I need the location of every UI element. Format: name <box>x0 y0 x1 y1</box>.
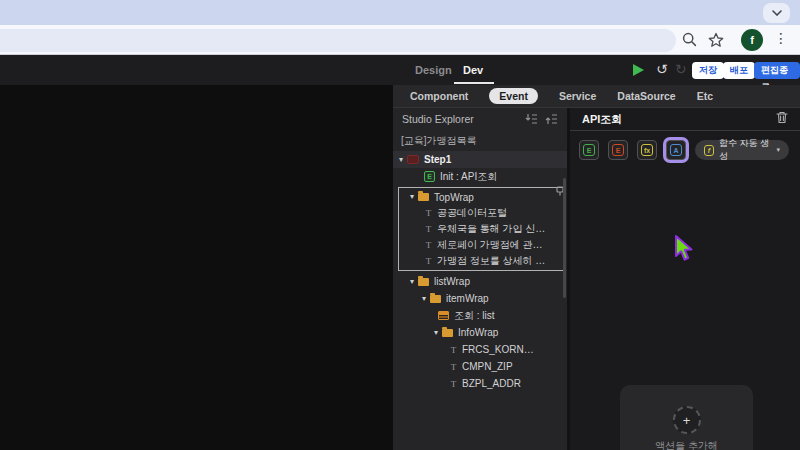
tree-node-label: BZPL_ADDR <box>462 378 521 389</box>
event-icon: E <box>583 144 595 156</box>
caret-down-icon[interactable]: ▾ <box>399 156 403 164</box>
tree-node-label: InfoWrap <box>458 327 498 338</box>
tree-node-listwrap[interactable]: ▾ listWrap <box>393 273 567 290</box>
event-type-button-function[interactable]: fx <box>637 140 657 160</box>
action-icon: A <box>670 144 682 156</box>
auto-generate-function-button[interactable]: f 함수 자동 생성 ▾ <box>695 140 789 160</box>
tree-node-label: TopWrap <box>434 192 474 203</box>
event-icon: E <box>612 144 624 156</box>
event-type-row: E E fx A f 함수 자동 생성 ▾ <box>570 131 800 160</box>
text-component-icon: T <box>425 208 432 218</box>
tree-node-step1[interactable]: ▾ Step1 <box>393 151 567 168</box>
tab-search-button[interactable] <box>763 3 790 23</box>
dropdown-caret-icon: ▾ <box>776 146 780 154</box>
tree-node-label: Init : API조회 <box>440 170 497 184</box>
tree-node-text[interactable]: T FRCS_KORN… <box>393 341 567 358</box>
add-action-card[interactable]: + 액션을 추가해 <box>620 385 753 450</box>
studio-toolbar: Design Dev ↺ ↻ 저장 배포 편집종료 <box>0 55 800 85</box>
tree-node-init-event[interactable]: E Init : API조회 <box>393 168 567 185</box>
event-inspector-panel: API조회 E E fx A f 함수 자동 생성 ▾ <box>567 108 800 450</box>
avatar[interactable]: f <box>741 29 763 51</box>
tree-node-text[interactable]: T 제로페이 가맹점에 관… <box>399 237 563 253</box>
tree-node-label: CMPN_ZIP <box>462 361 513 372</box>
zoom-icon[interactable] <box>682 32 697 51</box>
screen-icon <box>407 155 419 164</box>
tree-node-itemwrap[interactable]: ▾ itemWrap <box>393 290 567 307</box>
event-type-button-red[interactable]: E <box>608 140 628 160</box>
address-bar[interactable] <box>0 29 676 52</box>
text-component-icon: T <box>425 224 432 234</box>
tree-node-label: 제로페이 가맹점에 관… <box>437 238 543 252</box>
folder-icon <box>418 193 429 201</box>
text-component-icon: T <box>425 240 432 250</box>
tree-node-label: 조회 : list <box>454 309 495 323</box>
explorer-header: Studio Explorer <box>393 108 567 130</box>
tab-etc[interactable]: Etc <box>697 90 713 102</box>
end-edit-button[interactable]: 편집종료 <box>754 62 800 79</box>
tree-node-text[interactable]: T BZPL_ADDR <box>393 375 567 392</box>
active-tab-underline <box>454 82 494 84</box>
browser-toolbar: f ⋮ <box>0 25 800 55</box>
section-tabbar: Component Event Service DataSource Etc <box>393 85 800 108</box>
undo-button[interactable]: ↺ <box>656 61 668 77</box>
event-type-button-action[interactable]: A <box>666 140 686 160</box>
tab-component[interactable]: Component <box>410 90 468 102</box>
tree-node-text[interactable]: T 공공데이터포털 <box>399 205 563 221</box>
function-icon: fx <box>641 144 653 156</box>
tab-event[interactable]: Event <box>489 88 538 104</box>
event-type-button-green[interactable]: E <box>579 140 599 160</box>
tab-datasource[interactable]: DataSource <box>617 90 675 102</box>
tree-node-infowrap[interactable]: ▾ InfoWrap <box>393 324 567 341</box>
browser-menu-icon[interactable]: ⋮ <box>774 30 788 46</box>
tree-node-list-binding[interactable]: 조회 : list <box>393 307 567 324</box>
tree-node-text[interactable]: T 우체국을 통해 가입 신… <box>399 221 563 237</box>
tree-node-label: 가맹점 정보를 상세히 … <box>437 254 545 268</box>
tab-service[interactable]: Service <box>559 90 596 102</box>
explorer-scrollbar[interactable] <box>563 178 566 298</box>
text-component-icon: T <box>450 362 457 372</box>
folder-icon <box>442 329 453 337</box>
caret-down-icon[interactable]: ▾ <box>410 278 414 286</box>
text-component-icon: T <box>425 256 432 266</box>
run-play-button[interactable] <box>633 64 644 76</box>
tree-node-label: 우체국을 통해 가입 신… <box>437 222 545 236</box>
studio-explorer-panel: Studio Explorer [교육]가맹점목록 ▾ Step1 E Init… <box>393 108 567 450</box>
explorer-root-label[interactable]: [교육]가맹점목록 <box>393 130 567 151</box>
deploy-button[interactable]: 배포 <box>723 62 755 79</box>
add-action-hint: 액션을 추가해 <box>655 439 718 450</box>
chevron-down-icon <box>772 10 782 16</box>
tree-node-label: listWrap <box>434 276 470 287</box>
tree-node-text[interactable]: T 가맹점 정보를 상세히 … <box>399 253 563 269</box>
collapse-all-icon[interactable] <box>545 113 558 125</box>
caret-down-icon[interactable]: ▾ <box>434 329 438 337</box>
redo-button: ↻ <box>675 61 687 77</box>
folder-icon <box>430 295 441 303</box>
tree-node-label: 공공데이터포털 <box>437 206 507 220</box>
table-icon <box>438 311 449 320</box>
tree-node-topwrap[interactable]: ▾ TopWrap <box>399 189 563 205</box>
design-canvas[interactable] <box>0 85 393 450</box>
tab-dev[interactable]: Dev <box>463 64 483 76</box>
folder-icon <box>418 278 429 286</box>
tree-node-label: FRCS_KORN… <box>462 344 534 355</box>
expand-all-icon[interactable] <box>525 113 538 125</box>
text-component-icon: T <box>450 379 457 389</box>
explorer-title: Studio Explorer <box>402 113 474 125</box>
selection-box: ▾ TopWrap T 공공데이터포털 T 우체국을 통해 가입 신… T 제로… <box>398 187 564 271</box>
tree-node-label: itemWrap <box>446 293 489 304</box>
tree-node-text[interactable]: T CMPN_ZIP <box>393 358 567 375</box>
auto-generate-label: 함수 자동 생성 <box>719 137 771 163</box>
event-badge-icon: E <box>424 171 435 182</box>
save-button[interactable]: 저장 <box>692 62 724 79</box>
bookmark-star-icon[interactable] <box>708 32 724 52</box>
studio-app-window: f ⋮ Design Dev ↺ ↻ 저장 배포 편집종료 Component … <box>0 0 800 450</box>
inspector-header: API조회 <box>570 108 800 131</box>
inspector-title: API조회 <box>582 112 622 127</box>
add-action-plus-button[interactable]: + <box>673 406 701 434</box>
function-icon: f <box>704 145 714 156</box>
tab-design[interactable]: Design <box>415 64 452 76</box>
caret-down-icon[interactable]: ▾ <box>410 193 414 201</box>
caret-down-icon[interactable]: ▾ <box>422 295 426 303</box>
delete-trash-icon[interactable] <box>776 110 788 128</box>
browser-tabstrip <box>0 0 800 25</box>
